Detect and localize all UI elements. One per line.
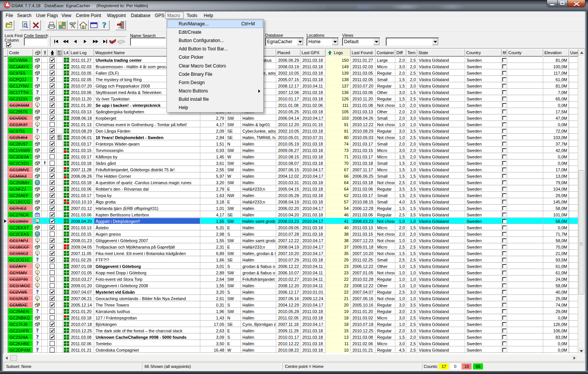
svg-text:?: ?	[102, 20, 107, 30]
